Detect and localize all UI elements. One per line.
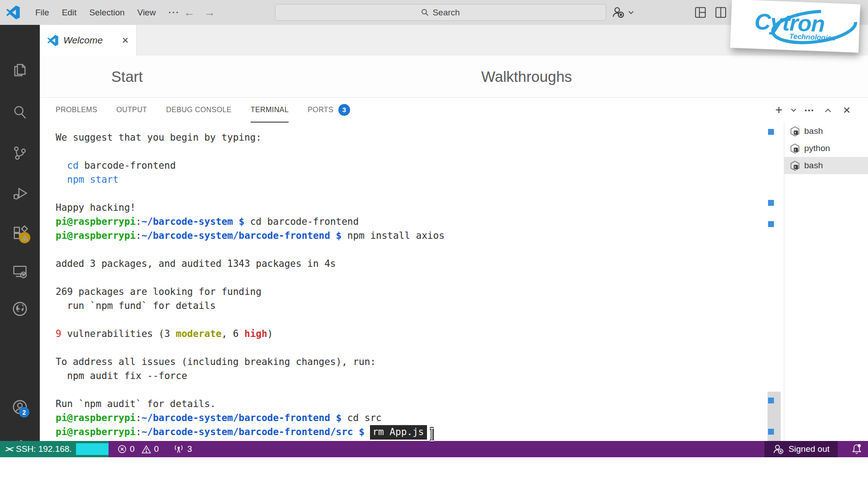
- signed-out-status[interactable]: Signed out: [764, 441, 838, 457]
- accounts-icon[interactable]: 2: [0, 393, 40, 421]
- close-panel-icon[interactable]: ✕: [837, 105, 856, 116]
- terminal-instance-label: bash: [804, 161, 823, 171]
- problems-status[interactable]: 0 0: [118, 441, 159, 457]
- chevron-down-icon: [628, 10, 634, 14]
- welcome-page: Start Walkthroughs: [40, 56, 868, 97]
- brand-name: Cytron: [754, 10, 836, 36]
- extensions-warning-badge-icon: [19, 232, 30, 243]
- terminal-line: [56, 243, 761, 257]
- tab-title: Welcome: [63, 35, 103, 46]
- menu-view[interactable]: View: [131, 8, 162, 18]
- terminal-instance-bash-1[interactable]: bash: [784, 123, 868, 140]
- menu-bar: File Edit Selection View ···: [29, 0, 186, 25]
- start-heading: Start: [111, 68, 143, 85]
- ruler-command-mark: [768, 221, 774, 227]
- explorer-icon[interactable]: [0, 57, 40, 84]
- terminal-line: pi@raspberrypi:~/barcode-system $ cd bar…: [56, 215, 761, 229]
- terminal-line: 269 packages are looking for funding: [56, 285, 761, 299]
- terminal-instance-bash-2[interactable]: bash: [784, 157, 868, 174]
- error-icon: [118, 445, 127, 454]
- terminal-line: To address all issues (including breakin…: [56, 355, 761, 369]
- warning-icon: [142, 445, 151, 454]
- cytron-logo-card: Cytron Technologies: [730, 0, 860, 52]
- terminal-line: Run `npm audit` for details.: [56, 397, 761, 411]
- more-actions-icon[interactable]: ⋯: [800, 104, 818, 116]
- close-tab-icon[interactable]: ✕: [122, 35, 129, 46]
- split-editor-icon[interactable]: [715, 7, 726, 18]
- command-center-search[interactable]: Search: [275, 4, 606, 21]
- ip-redaction-box: [76, 443, 109, 455]
- forward-arrow-icon[interactable]: →: [204, 6, 215, 19]
- menu-file[interactable]: File: [29, 8, 56, 18]
- terminal-line: pi@raspberrypi:~/barcode-system/barcode-…: [56, 229, 761, 243]
- vscode-logo-icon: [6, 5, 20, 19]
- terminal-line: npm audit fix --force: [56, 369, 761, 383]
- terminal-instance-python[interactable]: python: [784, 140, 868, 157]
- terminal-line: cd barcode-frontend: [56, 159, 761, 173]
- text-cursor-ibeam: [428, 426, 437, 443]
- tab-terminal[interactable]: TERMINAL: [251, 98, 289, 123]
- terminal-line: pi@raspberrypi:~/barcode-system/barcode-…: [56, 411, 761, 425]
- maximize-panel-icon[interactable]: [818, 108, 837, 113]
- terminal-line: [56, 341, 761, 355]
- menu-selection[interactable]: Selection: [83, 8, 131, 18]
- extensions-icon[interactable]: [0, 219, 40, 246]
- terminal-line: run `npm fund` for details: [56, 299, 761, 313]
- search-icon[interactable]: [0, 99, 40, 126]
- source-control-icon[interactable]: [0, 139, 40, 166]
- terminal-instance-list: bash python bash: [784, 123, 868, 174]
- panel-tab-bar: PROBLEMS OUTPUT DEBUG CONSOLE TERMINAL P…: [56, 98, 350, 123]
- tab-output[interactable]: OUTPUT: [116, 98, 147, 123]
- remote-ssh-indicator[interactable]: >< SSH: 192.168.: [0, 441, 109, 457]
- remote-label: SSH: 192.168.: [16, 444, 72, 454]
- terminal-line: [56, 383, 761, 397]
- vscode-file-icon: [47, 35, 58, 46]
- account-error-icon: [773, 443, 784, 455]
- chevron-down-icon[interactable]: [787, 108, 800, 112]
- terminal-line: [56, 271, 761, 285]
- tab-problems[interactable]: PROBLEMS: [56, 98, 97, 123]
- terminal-line: npm start: [56, 173, 761, 187]
- terminal-line: [56, 187, 761, 201]
- tab-welcome[interactable]: Welcome ✕: [40, 25, 137, 56]
- vscode-window: File Edit Selection View ··· ← → Search: [0, 0, 868, 488]
- tab-debug-console[interactable]: DEBUG CONSOLE: [166, 98, 232, 123]
- tab-ports[interactable]: PORTS 3: [308, 98, 350, 123]
- terminal-instance-icon: [790, 161, 800, 171]
- terminal-instance-label: python: [804, 143, 830, 153]
- terminal-instance-icon: [790, 143, 800, 154]
- remote-icon: ><: [5, 445, 13, 454]
- ruler-command-mark: [768, 200, 774, 206]
- broadcast-icon: [173, 444, 184, 454]
- notifications-bell[interactable]: [851, 441, 862, 457]
- terminal-output[interactable]: We suggest that you begin by typing: cd …: [56, 131, 761, 441]
- warning-count: 0: [154, 444, 159, 454]
- terminal-line: pi@raspberrypi:~/barcode-system/barcode-…: [56, 425, 761, 439]
- account-menu[interactable]: [612, 5, 634, 19]
- walkthroughs-heading: Walkthroughs: [481, 68, 572, 85]
- terminal-line: We suggest that you begin by typing:: [56, 131, 761, 145]
- github-icon[interactable]: [0, 295, 40, 322]
- panel-actions: + ⋯ ✕: [771, 98, 856, 123]
- terminal-instance-icon: [790, 126, 800, 137]
- remote-explorer-icon[interactable]: [0, 258, 40, 285]
- new-terminal-icon[interactable]: +: [771, 103, 787, 117]
- account-error-icon: [612, 5, 625, 19]
- ruler-command-mark: [768, 129, 774, 135]
- terminal-instance-label: bash: [804, 126, 823, 136]
- more-menus-icon[interactable]: ···: [162, 8, 186, 18]
- terminal-line: Happy hacking!: [56, 201, 761, 215]
- run-debug-icon[interactable]: [0, 180, 40, 207]
- accounts-badge: 2: [19, 407, 29, 417]
- error-count: 0: [130, 444, 135, 454]
- ports-count: 3: [187, 444, 192, 454]
- forwarded-ports-status[interactable]: 3: [173, 441, 192, 457]
- terminal-line: 9 vulnerabilities (3 moderate, 6 high): [56, 327, 761, 341]
- search-label: Search: [432, 8, 460, 18]
- search-icon: [421, 9, 429, 16]
- bell-icon: [851, 443, 862, 455]
- customize-layout-icon[interactable]: [695, 7, 706, 18]
- back-arrow-icon[interactable]: ←: [184, 6, 195, 19]
- terminal-line: [56, 145, 761, 159]
- menu-edit[interactable]: Edit: [56, 8, 83, 18]
